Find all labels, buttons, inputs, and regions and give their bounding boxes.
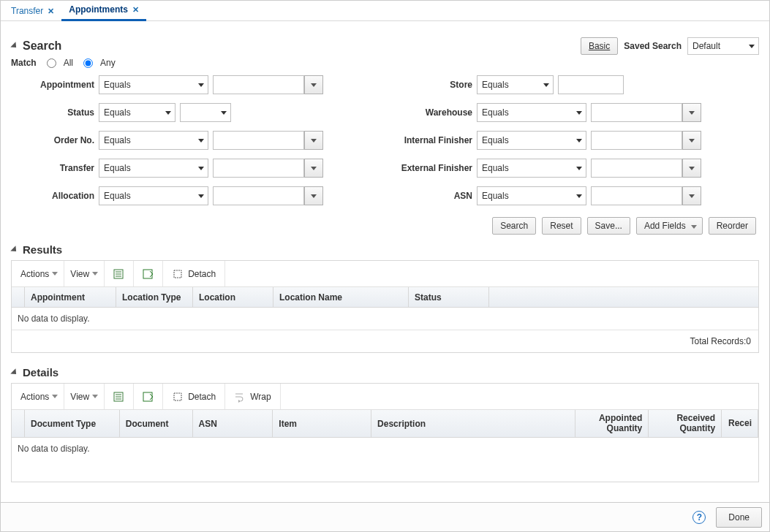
export-icon[interactable]	[105, 261, 134, 286]
view-menu[interactable]: View	[64, 384, 105, 409]
column-header[interactable]: ASN	[193, 410, 273, 437]
lov-dropdown-button[interactable]	[304, 131, 323, 150]
operator-dropdown[interactable]: Equals	[99, 131, 208, 150]
match-all-radio[interactable]	[47, 58, 56, 68]
section-title: Details	[23, 366, 58, 379]
actions-menu[interactable]: Actions	[15, 384, 64, 409]
export-icon[interactable]	[105, 384, 134, 409]
operator-dropdown[interactable]: Equals	[99, 103, 175, 122]
match-any-radio[interactable]	[83, 58, 93, 68]
sort-column-icon[interactable]	[12, 287, 25, 307]
column-header[interactable]: Location	[193, 287, 273, 307]
criteria-right-col: StoreEqualsWarehouseEqualsInternal Finis…	[367, 75, 701, 205]
disclosure-icon[interactable]	[10, 368, 18, 376]
column-header[interactable]: Location Type	[116, 287, 193, 307]
operator-dropdown[interactable]: Equals	[477, 75, 554, 94]
help-icon[interactable]: ?	[692, 511, 706, 524]
column-header[interactable]: Status	[409, 287, 489, 307]
results-total-row: Total Records:0	[12, 330, 758, 352]
column-header[interactable]: Description	[371, 410, 575, 437]
lov-dropdown-button[interactable]	[682, 103, 701, 122]
operator-dropdown[interactable]: Equals	[477, 103, 586, 122]
column-header[interactable]: ReceivedQuantity	[649, 410, 722, 437]
operator-dropdown[interactable]: Equals	[99, 159, 208, 178]
sort-column-icon[interactable]	[12, 410, 25, 437]
criteria-label: ASN	[367, 191, 477, 201]
value-input[interactable]	[213, 186, 304, 205]
saved-search-dropdown[interactable]: Default	[687, 37, 759, 55]
search-button[interactable]: Search	[492, 217, 536, 235]
operator-dropdown[interactable]: Equals	[99, 186, 208, 205]
criteria-label: External Finisher	[367, 163, 477, 173]
operator-dropdown[interactable]: Equals	[477, 159, 586, 178]
section-title: Search	[23, 39, 61, 53]
value-input[interactable]	[591, 186, 682, 205]
column-header[interactable]: Appointment	[25, 287, 116, 307]
details-toolbar: Actions View Detach Wrap	[12, 384, 758, 410]
reorder-button[interactable]: Reorder	[709, 217, 756, 235]
query-icon[interactable]	[134, 261, 163, 286]
chevron-down-icon	[92, 395, 98, 398]
operator-dropdown[interactable]: Equals	[477, 186, 586, 205]
match-all-label: All	[64, 58, 73, 68]
query-icon[interactable]	[134, 384, 163, 409]
lov-dropdown-button[interactable]	[304, 186, 323, 205]
lov-dropdown-button[interactable]	[682, 131, 701, 150]
disclosure-icon[interactable]	[10, 42, 18, 50]
criteria-row-internal-finisher: Internal FinisherEquals	[367, 131, 701, 150]
tab-label: Transfer	[11, 6, 43, 16]
value-dropdown[interactable]	[180, 103, 231, 122]
details-panel: Actions View Detach Wrap	[11, 383, 759, 482]
criteria-label: Order No.	[11, 135, 99, 145]
done-button[interactable]: Done	[716, 507, 762, 528]
close-icon[interactable]: ✕	[132, 5, 139, 15]
column-header[interactable]: Document	[120, 410, 193, 437]
column-header[interactable]: AppointedQuantity	[575, 410, 649, 437]
criteria-row-appointment: AppointmentEquals	[11, 75, 323, 94]
disclosure-icon[interactable]	[10, 246, 18, 254]
column-header[interactable]: Document Type	[25, 410, 120, 437]
close-icon[interactable]: ✕	[48, 7, 54, 16]
tab-transfer[interactable]: Transfer ✕	[4, 1, 61, 20]
lov-dropdown-button[interactable]	[682, 186, 701, 205]
value-input[interactable]	[558, 75, 624, 94]
criteria-label: Internal Finisher	[367, 135, 477, 145]
detach-button[interactable]: Detach	[163, 384, 225, 409]
value-input[interactable]	[213, 75, 304, 94]
column-header[interactable]: Item	[273, 410, 371, 437]
lov-dropdown-button[interactable]	[304, 75, 323, 94]
criteria-label: Allocation	[11, 191, 99, 201]
lov-dropdown-button[interactable]	[682, 159, 701, 178]
value-input[interactable]	[591, 131, 682, 150]
criteria-grid: AppointmentEqualsStatusEqualsOrder No.Eq…	[11, 75, 759, 205]
results-panel: Actions View Detach AppointmentLocati	[11, 260, 759, 353]
detach-button[interactable]: Detach	[163, 261, 225, 286]
lov-dropdown-button[interactable]	[304, 159, 323, 178]
criteria-row-asn: ASNEquals	[367, 186, 701, 205]
tab-appointments[interactable]: Appointments ✕	[61, 0, 146, 21]
column-header[interactable]: Location Name	[273, 287, 409, 307]
tab-label: Appointments	[69, 4, 128, 15]
actions-menu[interactable]: Actions	[15, 261, 64, 286]
basic-toggle-button[interactable]: Basic	[581, 37, 618, 55]
reset-button[interactable]: Reset	[542, 217, 581, 235]
criteria-row-external-finisher: External FinisherEquals	[367, 159, 701, 178]
section-title: Results	[23, 243, 62, 256]
value-input[interactable]	[213, 131, 304, 150]
criteria-label: Transfer	[11, 163, 99, 173]
value-input[interactable]	[213, 159, 304, 178]
view-menu[interactable]: View	[64, 261, 105, 286]
save-button[interactable]: Save...	[587, 217, 630, 235]
column-header[interactable]: Recei	[722, 410, 758, 437]
match-row: Match All Any	[11, 58, 759, 68]
wrap-button[interactable]: Wrap	[225, 384, 280, 409]
operator-dropdown[interactable]: Equals	[99, 75, 208, 94]
criteria-row-store: StoreEquals	[367, 75, 701, 94]
content-scroll[interactable]: Search Basic Saved Search Default Match …	[1, 21, 769, 502]
criteria-label: Store	[367, 80, 477, 90]
operator-dropdown[interactable]: Equals	[477, 131, 586, 150]
value-input[interactable]	[591, 103, 682, 122]
add-fields-button[interactable]: Add Fields	[636, 217, 703, 235]
dropdown-value: Default	[692, 41, 720, 51]
value-input[interactable]	[591, 159, 682, 178]
